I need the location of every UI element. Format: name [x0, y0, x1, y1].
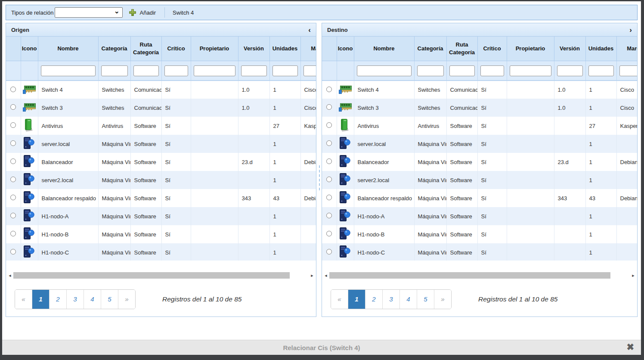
filter-input-critico[interactable] — [164, 65, 188, 76]
vm-icon — [339, 209, 350, 223]
column-header-critico[interactable]: Crítico — [477, 37, 507, 61]
origen-hscrollbar[interactable]: ◄ ► — [6, 271, 316, 280]
column-header-marca[interactable]: Marca — [300, 37, 316, 61]
filter-input-unidades[interactable] — [588, 65, 614, 76]
filter-input-version[interactable] — [241, 65, 267, 76]
column-header-marca[interactable]: Marca — [616, 37, 637, 61]
add-icon[interactable] — [129, 9, 136, 16]
filter-input-version[interactable] — [557, 65, 583, 76]
page-2[interactable]: 2 — [50, 290, 67, 309]
scroll-thumb[interactable] — [329, 272, 610, 279]
row-radio[interactable] — [10, 195, 16, 200]
filter-input-nombre[interactable] — [357, 65, 412, 76]
page-5[interactable]: 5 — [417, 290, 434, 309]
filter-input-unidades[interactable] — [272, 65, 298, 76]
column-header-unidades[interactable]: Unidades — [269, 37, 300, 61]
filter-cell — [585, 61, 616, 81]
column-header-version[interactable]: Versión — [554, 37, 585, 61]
page-1[interactable]: 1 — [348, 290, 365, 309]
column-header-categoria[interactable]: Categoría — [98, 37, 130, 61]
collapse-right-icon[interactable]: › — [629, 26, 632, 34]
cell-nombre: server.local — [38, 135, 98, 153]
row-radio[interactable] — [10, 158, 16, 164]
column-header-categoria[interactable]: Categoría — [414, 37, 446, 61]
cell-marca — [300, 171, 316, 189]
filter-input-categoria[interactable] — [101, 65, 128, 76]
table-row: H1-nodo-CMáquina VirtualSoftwareSí1 — [6, 243, 316, 261]
row-radio[interactable] — [326, 104, 332, 110]
panel-resizer-handle[interactable] — [319, 165, 320, 190]
scroll-track[interactable] — [328, 272, 631, 279]
cell-unidades: 1 — [585, 243, 616, 261]
row-radio[interactable] — [10, 122, 16, 128]
row-radio[interactable] — [326, 177, 332, 182]
filter-input-marca[interactable] — [303, 65, 316, 76]
origen-table: IconoNombreCategoríaRuta CategoríaCrític… — [6, 37, 316, 261]
scroll-thumb[interactable] — [13, 272, 290, 279]
filter-input-categoria[interactable] — [417, 65, 444, 76]
page-first[interactable]: « — [331, 290, 348, 309]
row-radio[interactable] — [326, 195, 332, 200]
column-header-unidades[interactable]: Unidades — [585, 37, 616, 61]
row-icon-cell — [337, 171, 354, 189]
page-1[interactable]: 1 — [32, 290, 50, 309]
page-last[interactable]: » — [118, 290, 135, 309]
row-radio[interactable] — [10, 140, 16, 146]
row-select-cell — [6, 135, 21, 153]
panel-origen-title: Origen — [11, 27, 29, 33]
cell-critico: Sí — [477, 225, 507, 243]
row-radio[interactable] — [10, 249, 16, 254]
filter-input-critico[interactable] — [480, 65, 504, 76]
row-radio[interactable] — [326, 87, 332, 92]
scroll-left-icon[interactable]: ◄ — [323, 273, 328, 278]
column-header-version[interactable]: Versión — [238, 37, 269, 61]
origen-records-summary: Registros del 1 al 10 de 85 — [162, 295, 242, 303]
page-5[interactable]: 5 — [101, 290, 118, 309]
filter-input-propietario[interactable] — [510, 65, 551, 76]
page-2[interactable]: 2 — [365, 290, 383, 309]
row-radio[interactable] — [326, 122, 332, 128]
close-icon[interactable]: ✖ — [626, 342, 634, 352]
column-header-nombre[interactable]: Nombre — [38, 37, 98, 61]
row-radio[interactable] — [326, 249, 332, 254]
filter-input-ruta-categoria[interactable] — [449, 65, 475, 76]
column-header-critico[interactable]: Crítico — [161, 37, 191, 61]
page-4[interactable]: 4 — [400, 290, 417, 309]
column-header-propietario[interactable]: Propietario — [191, 37, 238, 61]
page-last[interactable]: » — [434, 290, 451, 309]
row-radio[interactable] — [10, 213, 16, 218]
collapse-left-icon[interactable]: ‹ — [308, 26, 311, 34]
filter-cell — [446, 61, 477, 81]
row-radio[interactable] — [10, 104, 16, 110]
scroll-right-icon[interactable]: ► — [310, 273, 315, 278]
cell-critico: Sí — [477, 99, 507, 117]
row-radio[interactable] — [326, 231, 332, 236]
add-button[interactable]: Añadir — [140, 9, 156, 16]
column-header-ruta-categoria[interactable]: Ruta Categoría — [130, 37, 161, 61]
column-header-ruta-categoria[interactable]: Ruta Categoría — [446, 37, 477, 61]
scroll-track[interactable] — [12, 272, 310, 279]
page-3[interactable]: 3 — [67, 290, 84, 309]
column-header-nombre[interactable]: Nombre — [354, 37, 414, 61]
destino-hscrollbar[interactable]: ◄ ► — [322, 271, 637, 280]
vm-icon — [23, 209, 34, 223]
filter-input-nombre[interactable] — [41, 65, 96, 76]
page-3[interactable]: 3 — [383, 290, 400, 309]
filter-input-propietario[interactable] — [194, 65, 235, 76]
row-radio[interactable] — [326, 140, 332, 146]
row-radio[interactable] — [10, 177, 16, 182]
filter-input-marca[interactable] — [619, 65, 638, 76]
column-header-propietario[interactable]: Propietario — [507, 37, 554, 61]
row-radio[interactable] — [326, 158, 332, 164]
row-radio[interactable] — [10, 231, 16, 236]
cell-unidades: 1 — [585, 207, 616, 225]
relation-type-select[interactable]: ⌄ — [55, 7, 123, 18]
page-first[interactable]: « — [15, 290, 32, 309]
filter-cell — [554, 61, 585, 81]
page-4[interactable]: 4 — [84, 290, 101, 309]
row-radio[interactable] — [10, 87, 16, 92]
scroll-right-icon[interactable]: ► — [631, 273, 636, 278]
scroll-left-icon[interactable]: ◄ — [7, 273, 12, 278]
row-radio[interactable] — [326, 213, 332, 218]
filter-input-ruta-categoria[interactable] — [133, 65, 159, 76]
